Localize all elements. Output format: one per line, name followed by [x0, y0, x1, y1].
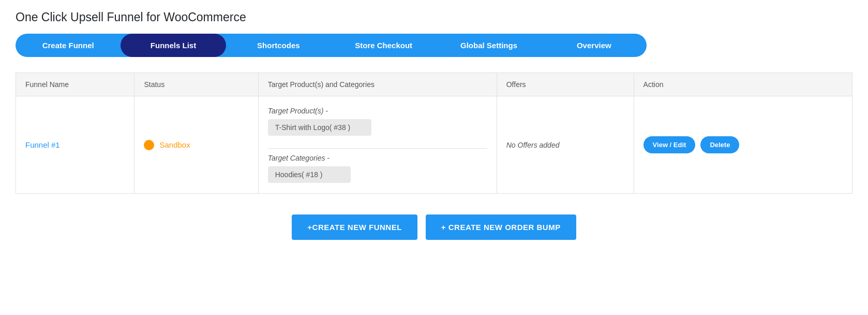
bottom-actions: +CREATE NEW FUNNEL + CREATE NEW ORDER BU… — [16, 209, 852, 250]
status-dot-icon — [144, 140, 154, 150]
cell-target-products: Target Product(s) - T-Shirt with Logo( #… — [258, 96, 497, 194]
tab-store-checkout[interactable]: Store Checkout — [331, 34, 436, 57]
create-new-order-bump-button[interactable]: + CREATE NEW ORDER BUMP — [426, 214, 576, 240]
create-new-funnel-button[interactable]: +CREATE NEW FUNNEL — [292, 214, 417, 240]
funnel-name-link[interactable]: Funnel #1 — [25, 140, 60, 149]
cell-funnel-name: Funnel #1 — [16, 96, 134, 194]
category-badge: Hoodies( #18 ) — [268, 166, 351, 183]
divider — [268, 148, 487, 149]
view-edit-button[interactable]: View / Edit — [643, 136, 696, 153]
col-header-action: Action — [634, 73, 852, 96]
cell-action: View / Edit Delete — [634, 96, 852, 194]
tab-shortcodes[interactable]: Shortcodes — [226, 34, 331, 57]
target-products-label: Target Product(s) - — [268, 107, 487, 115]
col-header-status: Status — [134, 73, 258, 96]
page-title: One Click Upsell Funnel for WooCommerce — [16, 10, 852, 24]
col-header-target-products: Target Product(s) and Categories — [258, 73, 497, 96]
nav-tabs: Create Funnel Funnels List Shortcodes St… — [16, 34, 647, 57]
target-categories-label: Target Categories - — [268, 154, 487, 162]
table-header-row: Funnel Name Status Target Product(s) and… — [16, 73, 852, 96]
target-products-content: Target Product(s) - T-Shirt with Logo( #… — [268, 107, 487, 183]
product-badge: T-Shirt with Logo( #38 ) — [268, 119, 371, 136]
cell-status: Sandbox — [134, 96, 258, 194]
tab-funnels-list[interactable]: Funnels List — [121, 34, 226, 57]
cell-offers: No Offers added — [497, 96, 634, 194]
col-header-offers: Offers — [497, 73, 634, 96]
funnels-table: Funnel Name Status Target Product(s) and… — [16, 73, 852, 194]
delete-button[interactable]: Delete — [700, 136, 739, 153]
col-header-funnel-name: Funnel Name — [16, 73, 134, 96]
table-row: Funnel #1 Sandbox Target Product(s) - T-… — [16, 96, 852, 194]
status-cell: Sandbox — [144, 140, 248, 150]
tab-overview[interactable]: Overview — [542, 34, 647, 57]
action-buttons: View / Edit Delete — [643, 136, 843, 153]
tab-create-funnel[interactable]: Create Funnel — [16, 34, 121, 57]
no-offers-text: No Offers added — [506, 141, 560, 149]
tab-global-settings[interactable]: Global Settings — [436, 34, 541, 57]
status-label: Sandbox — [159, 140, 190, 149]
